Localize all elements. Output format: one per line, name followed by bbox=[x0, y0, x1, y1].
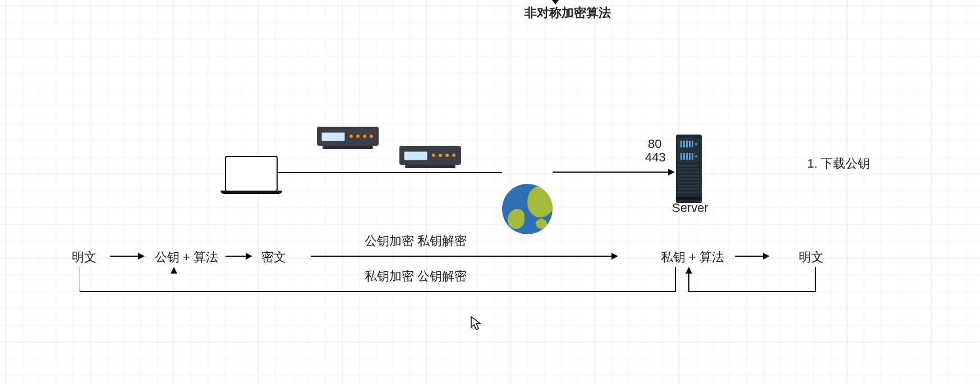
svg-marker-15 bbox=[685, 267, 692, 274]
laptop-icon bbox=[220, 156, 282, 194]
svg-marker-12 bbox=[763, 253, 770, 260]
network-arrow bbox=[553, 168, 675, 176]
arrow-right-icon bbox=[110, 252, 145, 260]
diagram-title: 非对称加密算法 bbox=[524, 4, 611, 21]
top-caption: 公钥加密 私钥解密 bbox=[365, 233, 467, 249]
arrow-down-icon bbox=[550, 0, 561, 4]
svg-marker-1 bbox=[552, 0, 559, 4]
arrow-right-icon bbox=[226, 252, 252, 260]
server-label: Server bbox=[672, 201, 708, 215]
feedback-arrow-right bbox=[685, 267, 820, 297]
pubkey-algo-label: 公钥 + 算法 bbox=[155, 249, 218, 266]
privkey-algo-label: 私钥 + 算法 bbox=[661, 249, 724, 266]
feedback-arrow-left bbox=[80, 267, 680, 297]
svg-marker-6 bbox=[138, 253, 145, 260]
network-line bbox=[278, 172, 502, 174]
port-https-label: 443 bbox=[645, 150, 666, 165]
svg-marker-14 bbox=[171, 267, 177, 274]
arrow-right-icon bbox=[735, 252, 770, 260]
step-1-label: 1. 下载公钥 bbox=[807, 155, 870, 172]
plaintext-left-label: 明文 bbox=[72, 249, 96, 266]
server-icon bbox=[676, 135, 702, 203]
ciphertext-label: 密文 bbox=[261, 249, 286, 266]
svg-marker-4 bbox=[668, 169, 675, 175]
arrow-right-long-icon bbox=[311, 252, 618, 260]
svg-marker-10 bbox=[611, 253, 618, 260]
plaintext-right-label: 明文 bbox=[799, 249, 823, 266]
svg-marker-8 bbox=[246, 253, 252, 260]
cursor-icon bbox=[470, 316, 482, 334]
router-icon bbox=[317, 127, 379, 146]
globe-icon bbox=[502, 184, 553, 234]
port-http-label: 80 bbox=[648, 137, 661, 151]
router-icon bbox=[399, 146, 461, 165]
